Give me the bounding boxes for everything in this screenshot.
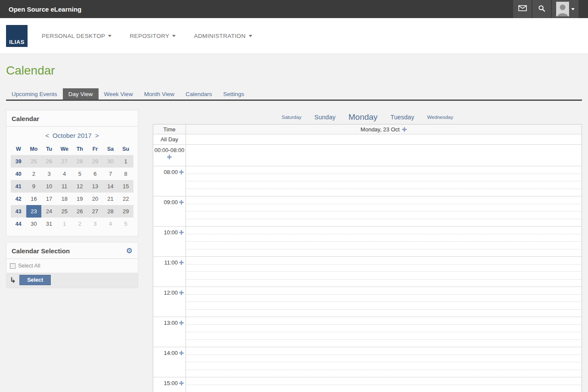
day-cell[interactable]: 19 [72,193,88,205]
add-appointment-icon[interactable] [402,127,407,132]
day-nav-wednesday[interactable]: Wednesday [427,115,453,120]
day-cell[interactable]: 27 [87,205,103,218]
day-cell[interactable]: 28 [72,155,88,168]
add-appointment-icon[interactable] [179,290,184,295]
time-slot[interactable] [186,385,582,392]
time-slot[interactable] [186,355,582,363]
time-slot[interactable] [186,212,582,219]
time-slot[interactable] [186,196,582,204]
day-cell[interactable]: 30 [103,155,118,168]
day-nav-saturday[interactable]: Saturday [282,115,301,120]
day-cell[interactable]: 28 [103,205,118,218]
day-cell[interactable]: 11 [57,180,72,193]
time-slot[interactable] [186,189,582,196]
time-slot[interactable] [186,204,582,212]
tab-week-view[interactable]: Week View [99,88,139,100]
day-cell[interactable]: 29 [87,155,103,168]
week-number[interactable]: 40 [11,168,26,180]
day-cell[interactable]: 18 [57,193,72,205]
menu-item-repository[interactable]: REPOSITORY [130,33,176,39]
add-appointment-icon[interactable] [179,351,184,355]
add-appointment-icon[interactable] [179,200,184,205]
day-cell[interactable]: 13 [87,180,103,193]
all-day-slot[interactable] [186,134,582,144]
day-cell[interactable]: 16 [26,193,42,205]
add-appointment-icon[interactable] [179,381,184,386]
mail-button[interactable] [513,0,532,18]
day-cell[interactable]: 22 [118,193,133,205]
time-slot[interactable] [186,310,582,317]
time-slot[interactable] [186,227,582,234]
select-all-label[interactable]: Select All [18,263,40,269]
select-all-checkbox[interactable] [10,263,15,269]
day-nav-monday[interactable]: Monday [349,112,378,122]
day-cell[interactable]: 26 [41,155,57,168]
time-slot[interactable] [186,181,582,189]
time-slot[interactable] [186,317,582,325]
time-slot[interactable] [186,302,582,310]
day-cell[interactable]: 1 [57,218,72,230]
add-appointment-icon[interactable] [179,230,184,235]
day-cell[interactable]: 21 [103,193,118,205]
tab-calendars[interactable]: Calendars [180,88,218,100]
time-slot[interactable] [186,377,582,385]
time-slot[interactable] [186,272,582,280]
ilias-logo[interactable]: ILIAS [6,25,28,47]
time-slot[interactable] [186,219,582,227]
day-cell[interactable]: 8 [118,168,133,180]
day-cell[interactable]: 5 [118,218,133,230]
time-slot[interactable] [186,174,582,182]
day-cell[interactable]: 26 [72,205,88,218]
day-cell[interactable]: 30 [26,218,42,230]
time-slot[interactable] [186,347,582,355]
day-cell[interactable]: 4 [103,218,118,230]
add-appointment-icon[interactable] [179,320,184,325]
day-cell[interactable]: 27 [57,155,72,168]
time-slot[interactable] [186,370,582,377]
week-number[interactable]: 43 [11,205,26,218]
time-slot[interactable] [186,166,582,174]
day-cell[interactable]: 24 [41,205,57,218]
day-nav-tuesday[interactable]: Tuesday [390,114,414,121]
time-slot[interactable] [186,242,582,249]
day-cell[interactable]: 17 [41,193,57,205]
week-number[interactable]: 41 [11,180,26,193]
time-slot[interactable] [186,249,582,257]
day-cell[interactable]: 5 [72,168,88,180]
tab-day-view[interactable]: Day View [63,88,99,100]
day-cell[interactable]: 31 [41,218,57,230]
day-cell[interactable]: 25 [57,205,72,218]
day-cell[interactable]: 15 [118,180,133,193]
day-cell[interactable]: 2 [72,218,88,230]
time-slot[interactable] [186,362,582,370]
user-menu-button[interactable] [552,0,579,18]
time-slot[interactable] [186,264,582,272]
add-appointment-icon[interactable] [179,170,184,174]
time-slot[interactable] [186,234,582,242]
week-number[interactable]: 44 [11,218,26,230]
time-slot[interactable] [186,325,582,333]
week-number[interactable]: 42 [11,193,26,205]
add-appointment-icon[interactable] [179,260,184,265]
time-slot[interactable] [186,280,582,287]
search-button[interactable] [532,0,551,18]
day-nav-sunday[interactable]: Sunday [314,114,335,121]
day-cell[interactable]: 25 [26,155,42,168]
selected-day[interactable]: 23 [26,205,42,218]
menu-item-administration[interactable]: ADMINISTRATION [194,33,252,39]
time-slot[interactable] [186,340,582,347]
day-cell[interactable]: 12 [72,180,88,193]
time-slot[interactable] [186,257,582,264]
day-cell[interactable]: 29 [118,205,133,218]
select-button[interactable]: Select [19,275,51,285]
tab-upcoming-events[interactable]: Upcoming Events [6,88,63,100]
day-cell[interactable]: 2 [26,168,42,180]
day-cell[interactable]: 9 [26,180,42,193]
tab-month-view[interactable]: Month View [139,88,180,100]
prev-month-button[interactable]: < [45,132,49,139]
day-cell[interactable]: 3 [87,218,103,230]
day-cell[interactable]: 1 [118,155,133,168]
time-slot[interactable] [186,295,582,302]
day-cell[interactable]: 4 [57,168,72,180]
next-month-button[interactable]: > [95,132,99,139]
